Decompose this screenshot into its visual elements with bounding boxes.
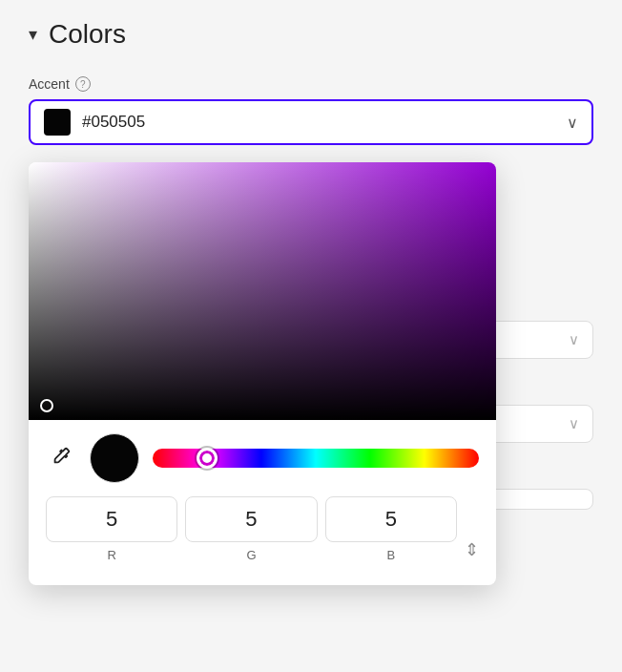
rgb-b-label: B <box>386 548 395 562</box>
picker-thumb[interactable] <box>40 399 53 412</box>
chevron-down-icon[interactable]: ▾ <box>29 24 37 45</box>
rgb-g-input[interactable] <box>185 496 317 542</box>
eyedropper-button[interactable] <box>46 443 76 473</box>
rgb-b-input[interactable] <box>325 496 457 542</box>
page-container: ▾ Colors Accent ? #050505 ∨ <box>0 0 622 672</box>
rgb-r-label: R <box>107 548 115 562</box>
hue-slider-thumb[interactable] <box>197 448 218 469</box>
rgb-inputs-row: R G B ⇕ <box>29 483 496 562</box>
up-down-arrows-icon[interactable]: ⇕ <box>465 541 479 558</box>
hue-slider-container[interactable] <box>153 449 479 468</box>
accent-hex-value: #050505 <box>82 113 567 132</box>
controls-row <box>29 420 496 483</box>
eyedropper-icon <box>51 446 72 471</box>
rgb-g-label: G <box>246 548 256 562</box>
color-picker-popup: R G B ⇕ <box>29 162 496 585</box>
accent-picker-row[interactable]: #050505 ∨ <box>29 99 593 145</box>
gradient-canvas[interactable] <box>29 162 496 420</box>
accent-help-icon[interactable]: ? <box>75 76 91 92</box>
colors-header: ▾ Colors <box>29 19 593 50</box>
h-dropdown-chevron[interactable]: ∨ <box>569 415 579 432</box>
accent-label: Accent ? <box>29 76 593 92</box>
accent-color-swatch <box>44 109 71 136</box>
rgb-r-field: R <box>46 496 177 562</box>
accent-dropdown-chevron[interactable]: ∨ <box>567 114 578 132</box>
rgb-b-field: B <box>325 496 457 562</box>
hue-slider-track[interactable] <box>153 449 479 468</box>
rgb-g-field: G <box>185 496 317 562</box>
rgb-mode-toggle[interactable]: ⇕ <box>465 541 479 562</box>
color-preview-circle <box>90 433 139 483</box>
rgb-r-input[interactable] <box>46 496 177 542</box>
colors-title: Colors <box>49 19 126 50</box>
d-dropdown-chevron[interactable]: ∨ <box>569 331 579 348</box>
